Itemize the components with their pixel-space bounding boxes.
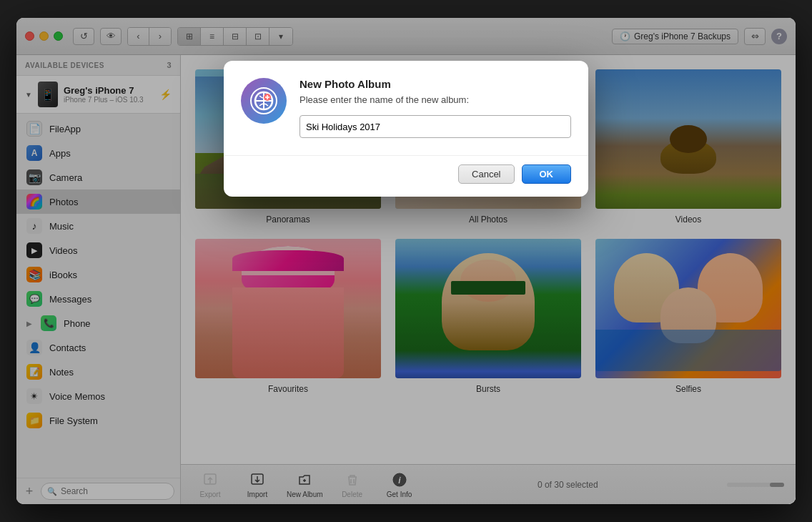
dialog-overlay: New Photo Album Please enter the name of… — [16, 18, 796, 504]
main-window: ↺ 👁 ‹ › ⊞ ≡ ⊟ ⊡ ▾ 🕐 Greg's iPhone 7 Back… — [16, 18, 796, 504]
new-photo-album-dialog: New Photo Album Please enter the name of… — [224, 61, 588, 197]
ok-button[interactable]: OK — [522, 164, 572, 184]
dialog-body: New Photo Album Please enter the name of… — [299, 78, 571, 138]
dialog-content: New Photo Album Please enter the name of… — [224, 61, 588, 155]
dialog-footer: Cancel OK — [224, 155, 588, 197]
dialog-title: New Photo Album — [299, 78, 571, 90]
album-name-input[interactable] — [299, 115, 571, 138]
cancel-button[interactable]: Cancel — [458, 164, 514, 184]
dialog-message: Please enter the name of the new album: — [299, 94, 571, 105]
dialog-icon — [241, 78, 287, 124]
